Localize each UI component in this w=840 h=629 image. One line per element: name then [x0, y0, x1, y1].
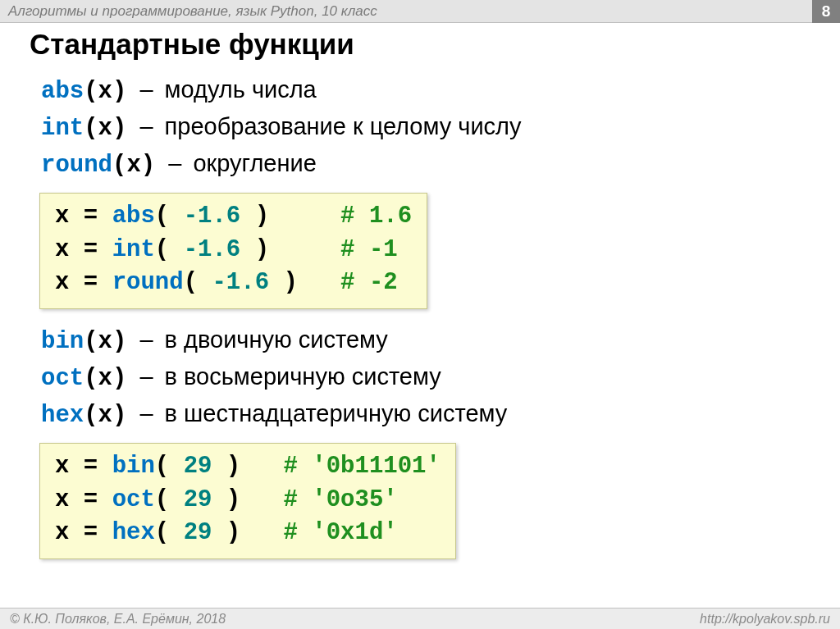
dash: –	[139, 72, 153, 107]
definitions-group-2: bin(x) – в двоичную систему oct(x) – в в…	[41, 322, 815, 433]
header-bar: Алгоритмы и программирование, язык Pytho…	[0, 0, 840, 23]
copyright: © К.Ю. Поляков, Е.А. Ерёмин, 2018	[10, 612, 226, 627]
definitions-group-1: abs(x) – модуль числа int(x) – преобразо…	[41, 72, 815, 183]
def-row: abs(x) – модуль числа	[41, 72, 815, 109]
dash: –	[139, 359, 153, 394]
def-row: oct(x) – в восьмеричную систему	[41, 359, 815, 396]
func-desc: модуль числа	[165, 72, 317, 107]
func-args: (x)	[84, 112, 126, 146]
def-row: int(x) – преобразование к целому числу	[41, 109, 815, 146]
func-name: round	[41, 148, 112, 183]
code-block-1: x = abs( -1.6 ) # 1.6 x = int( -1.6 ) # …	[39, 193, 427, 309]
func-desc: в двоичную систему	[165, 322, 388, 357]
footer-bar: © К.Ю. Поляков, Е.А. Ерёмин, 2018 http:/…	[0, 608, 840, 629]
func-desc: в восьмеричную систему	[165, 359, 441, 394]
course-title: Алгоритмы и программирование, язык Pytho…	[8, 3, 377, 20]
func-args: (x)	[84, 399, 126, 433]
code-line: x = abs( -1.6 ) # 1.6	[55, 200, 412, 234]
func-args: (x)	[84, 362, 126, 396]
dash: –	[139, 109, 153, 144]
func-desc: в шестнадцатеричную систему	[165, 396, 508, 431]
func-desc: преобразование к целому числу	[165, 109, 522, 144]
slide-content: Стандартные функции abs(x) – модуль числ…	[0, 23, 840, 572]
code-line: x = round( -1.6 ) # -2	[55, 267, 412, 300]
dash: –	[139, 396, 153, 431]
code-line: x = hex( 29 ) # '0x1d'	[55, 517, 441, 550]
code-block-2: x = bin( 29 ) # '0b11101' x = oct( 29 ) …	[39, 443, 456, 559]
func-name: abs	[41, 75, 84, 109]
code-line: x = oct( 29 ) # '0o35'	[55, 484, 441, 517]
page-number: 8	[812, 0, 840, 23]
func-args: (x)	[84, 75, 126, 109]
dash: –	[139, 322, 153, 357]
func-name: oct	[41, 362, 84, 396]
func-args: (x)	[84, 325, 126, 359]
def-row: hex(x) – в шестнадцатеричную систему	[41, 396, 815, 433]
func-name: bin	[41, 325, 84, 359]
code-line: x = int( -1.6 ) # -1	[55, 234, 412, 267]
code-line: x = bin( 29 ) # '0b11101'	[55, 450, 441, 484]
func-name: int	[41, 112, 84, 146]
func-name: hex	[41, 399, 84, 433]
def-row: round(x) – округление	[41, 146, 815, 183]
func-args: (x)	[112, 148, 155, 183]
func-desc: округление	[193, 146, 316, 180]
def-row: bin(x) – в двоичную систему	[41, 322, 815, 359]
source-url: http://kpolyakov.spb.ru	[700, 612, 830, 627]
dash: –	[168, 146, 181, 180]
slide-title: Стандартные функции	[30, 28, 815, 61]
